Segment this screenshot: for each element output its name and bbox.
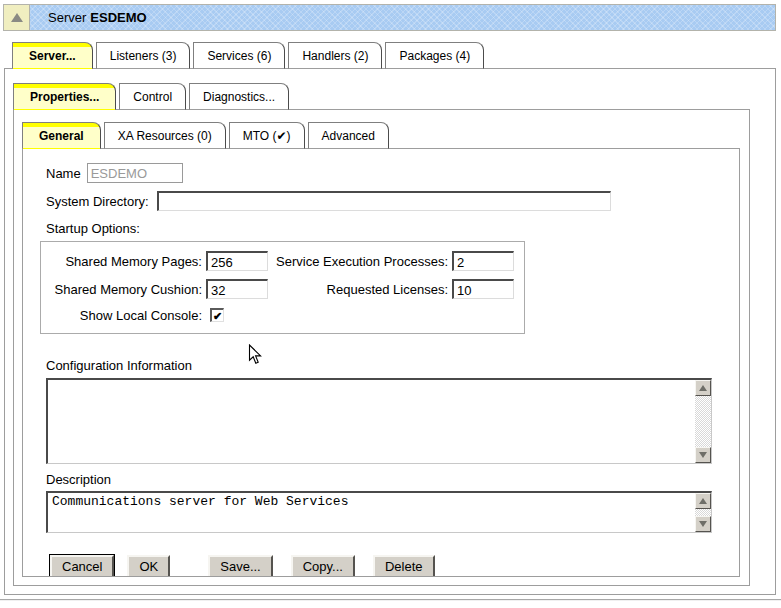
tab-label: XA Resources (0) xyxy=(118,129,212,143)
startup-options-label: Startup Options: xyxy=(46,221,739,236)
scrollbar-track[interactable] xyxy=(695,509,711,516)
description-scrollbar[interactable] xyxy=(695,493,711,532)
startup-options-group: Shared Memory Pages: Service Execution P… xyxy=(40,241,525,334)
shared-memory-pages-label: Shared Memory Pages: xyxy=(41,254,202,269)
scroll-down-button[interactable] xyxy=(695,447,711,463)
arrow-down-icon xyxy=(699,521,707,527)
tab-control[interactable]: Control xyxy=(119,83,186,110)
collapse-toggle[interactable] xyxy=(3,4,30,31)
startup-options-row-1: Shared Memory Pages: Service Execution P… xyxy=(41,251,524,271)
server-title-prefix: Server xyxy=(48,10,86,25)
server-title-name: ESDEMO xyxy=(90,10,146,25)
main-content: Server... Listeners (3) Services (6) Han… xyxy=(4,42,776,595)
tab-listeners[interactable]: Listeners (3) xyxy=(96,42,191,69)
tab-label: Packages (4) xyxy=(399,49,470,63)
server-panel: Properties... Control Diagnostics... Gen… xyxy=(4,68,776,595)
arrow-down-icon xyxy=(699,452,707,458)
server-title-bar: Server ESDEMO xyxy=(30,4,776,31)
service-execution-processes-label: Service Execution Processes: xyxy=(268,254,448,269)
tab-handlers[interactable]: Handlers (2) xyxy=(288,42,382,69)
title-bar: Server ESDEMO xyxy=(3,4,776,31)
general-panel: Name System Directory: Startup Options: … xyxy=(22,148,740,577)
properties-panel: General XA Resources (0) MTO (✔) Advance… xyxy=(13,109,750,586)
requested-licenses-label: Requested Licenses: xyxy=(268,282,448,297)
button-row: Cancel OK Save... Copy... Delete xyxy=(50,555,739,577)
tab-packages[interactable]: Packages (4) xyxy=(385,42,484,69)
arrow-up-icon xyxy=(699,498,707,504)
save-button[interactable]: Save... xyxy=(208,555,272,577)
name-field[interactable] xyxy=(87,163,183,183)
tab-label: Server... xyxy=(29,49,76,63)
mouse-cursor-icon xyxy=(248,344,263,366)
tab-label: Properties... xyxy=(30,90,99,104)
warning-triangle-icon xyxy=(11,13,23,22)
shared-memory-cushion-label: Shared Memory Cushion: xyxy=(41,282,202,297)
service-execution-processes-field[interactable] xyxy=(452,251,514,271)
configuration-information-textarea[interactable] xyxy=(46,378,712,464)
tab-row-properties-level: Properties... Control Diagnostics... xyxy=(13,83,775,110)
tab-label: Handlers (2) xyxy=(302,49,368,63)
tab-label: Advanced xyxy=(322,129,375,143)
scroll-up-button[interactable] xyxy=(695,493,711,509)
configuration-information-text[interactable] xyxy=(48,380,695,463)
system-directory-row: System Directory: xyxy=(46,191,739,211)
description-text[interactable]: Communications server for Web Services xyxy=(48,493,695,532)
shared-memory-pages-field[interactable] xyxy=(206,251,268,271)
tab-xa-resources[interactable]: XA Resources (0) xyxy=(104,122,226,149)
tab-label: Diagnostics... xyxy=(203,90,275,104)
bottom-divider xyxy=(0,599,781,601)
system-directory-field[interactable] xyxy=(157,191,611,211)
tab-label: Listeners (3) xyxy=(110,49,177,63)
tab-advanced[interactable]: Advanced xyxy=(308,122,389,149)
tab-row-server-level: Server... Listeners (3) Services (6) Han… xyxy=(4,42,776,69)
tab-properties[interactable]: Properties... xyxy=(13,83,116,110)
tab-mto[interactable]: MTO (✔) xyxy=(229,122,305,149)
description-label: Description xyxy=(46,472,739,487)
ok-button[interactable]: OK xyxy=(127,555,170,577)
name-label: Name xyxy=(46,166,81,181)
shared-memory-cushion-field[interactable] xyxy=(206,279,268,299)
tab-diagnostics[interactable]: Diagnostics... xyxy=(189,83,289,110)
tab-label: MTO (✔) xyxy=(243,129,291,143)
cancel-button[interactable]: Cancel xyxy=(50,555,114,577)
tab-services[interactable]: Services (6) xyxy=(193,42,285,69)
tab-general[interactable]: General xyxy=(22,122,101,149)
system-directory-label: System Directory: xyxy=(46,194,149,209)
tab-label: Control xyxy=(133,90,172,104)
scroll-down-button[interactable] xyxy=(695,516,711,532)
startup-options-row-2: Shared Memory Cushion: Requested License… xyxy=(41,279,524,299)
requested-licenses-field[interactable] xyxy=(452,279,514,299)
scrollbar-track[interactable] xyxy=(695,396,711,447)
configuration-information-label: Configuration Information xyxy=(46,358,739,373)
enterprise-server-admin-page: Server ESDEMO Server... Listeners (3) Se… xyxy=(0,0,781,608)
scroll-up-button[interactable] xyxy=(695,380,711,396)
configuration-scrollbar[interactable] xyxy=(695,380,711,463)
arrow-up-icon xyxy=(699,385,707,391)
copy-button[interactable]: Copy... xyxy=(291,555,355,577)
show-local-console-checkbox[interactable]: ✔ xyxy=(210,308,224,322)
tab-row-general-level: General XA Resources (0) MTO (✔) Advance… xyxy=(22,122,749,149)
name-row: Name xyxy=(46,163,739,183)
delete-button[interactable]: Delete xyxy=(373,555,435,577)
startup-options-row-3: Show Local Console: ✔ xyxy=(41,305,524,325)
description-textarea[interactable]: Communications server for Web Services xyxy=(46,491,712,533)
tab-server[interactable]: Server... xyxy=(12,42,93,69)
tab-label: General xyxy=(39,129,84,143)
tab-label: Services (6) xyxy=(207,49,271,63)
checkmark-icon: ✔ xyxy=(213,311,222,321)
show-local-console-label: Show Local Console: xyxy=(41,308,202,323)
